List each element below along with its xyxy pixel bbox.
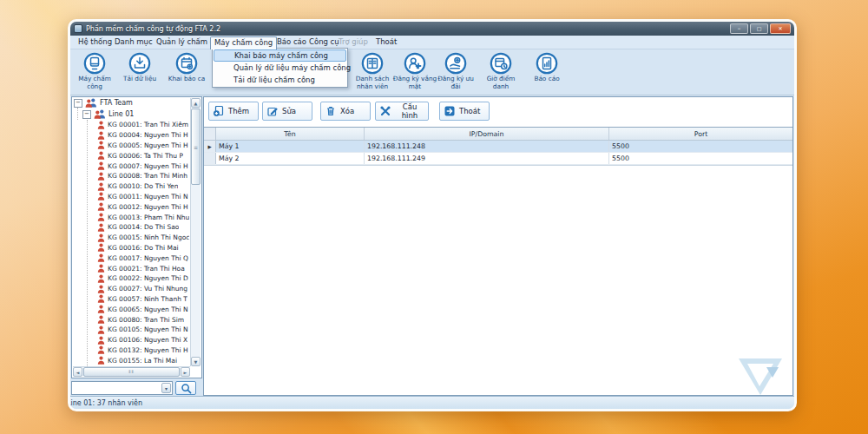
tree-item-employee[interactable]: KG 00105: Nguyen Thi N	[72, 325, 201, 335]
tree-item-employee[interactable]: KG 00007: Nguyen Thi H	[72, 161, 201, 171]
tree-item-employee[interactable]: KG 00017: Nguyen Thi Q	[72, 253, 201, 263]
menu-tro-giup[interactable]: Trợ giúp	[335, 36, 372, 47]
cell-ip[interactable]: 192.168.111.249	[365, 153, 609, 164]
tree-item-employee[interactable]: KG 00005: Nguyen Thi H	[72, 141, 201, 151]
person-icon	[97, 202, 105, 211]
tree-item-employee[interactable]: KG 00008: Tran Thi Minh	[72, 171, 201, 181]
close-button[interactable]	[770, 23, 791, 34]
menu-item-quan-ly-du-lieu-may-cham-cong[interactable]: Quản lý dữ liệu máy chấm công	[214, 62, 346, 74]
person-icon	[97, 285, 105, 293]
exit-button-label: Thoát	[459, 107, 480, 115]
tree-item-employee[interactable]: KG 00012: Nguyen Thi H	[72, 201, 201, 212]
shift-declaration-icon	[175, 52, 198, 75]
cell-port[interactable]: 5500	[609, 141, 792, 152]
employee-label: KG 00011: Nguyen Thi N	[108, 193, 188, 201]
tree-item-line01[interactable]: Line 01	[72, 108, 201, 120]
row-selector[interactable]	[204, 141, 216, 152]
tree-item-employee[interactable]: KG 00106: Nguyen Thi X	[72, 335, 201, 345]
header-ip-domain[interactable]: IP/Domain	[365, 128, 609, 140]
collapse-icon[interactable]	[74, 99, 82, 108]
person-icon	[97, 264, 105, 273]
config-button[interactable]: Cấu hình	[375, 102, 429, 121]
tree-item-employee[interactable]: KG 00011: Nguyen Thi N	[72, 192, 201, 202]
scroll-down-icon[interactable]	[191, 357, 201, 366]
title-bar[interactable]: Phần mềm chấm công tự động FTA 2.2	[70, 22, 794, 36]
maximize-button[interactable]	[750, 23, 768, 34]
tree-item-employee[interactable]: KG 00132: Nguyen Thi H	[72, 345, 201, 356]
tree-item-employee[interactable]: KG 00022: Nguyen Thi D	[72, 273, 201, 284]
person-icon	[97, 356, 105, 365]
exit-button[interactable]: Thoát	[439, 102, 490, 121]
employee-label: KG 00005: Nguyen Thi H	[108, 141, 188, 149]
header-name[interactable]: Tên	[216, 128, 365, 140]
toolbar-shift-declaration[interactable]: Khai báo ca	[164, 52, 209, 83]
collapse-icon[interactable]	[82, 110, 91, 119]
tree-vertical-scrollbar[interactable]	[190, 98, 201, 366]
tree-item-employee[interactable]: KG 00021: Tran Thi Hoa	[72, 263, 201, 273]
cell-name[interactable]: Máy 1	[216, 141, 365, 152]
menu-thoat[interactable]: Thoát	[372, 36, 400, 47]
menu-may-cham-cong-selected[interactable]: Máy chấm công	[210, 36, 277, 49]
toolbar: Máy chấm công Tải dữ liệu Khai báo ca Da…	[70, 49, 794, 95]
delete-button[interactable]: Xóa	[320, 102, 371, 121]
tree-item-employee[interactable]: KG 00014: Do Thi Sao	[72, 222, 201, 233]
employee-tree: FTA Team Line 01 KG 00001: Tran Thi Xiêm	[71, 96, 202, 378]
tree-item-employee[interactable]: KG 00013: Pham Thi Nhu	[72, 212, 201, 222]
menu-he-thong[interactable]: Hệ thống	[75, 36, 115, 47]
tree-item-employee[interactable]: KG 00057: Ninh Thanh T	[72, 294, 201, 305]
cell-port[interactable]: 5500	[609, 153, 792, 164]
tree-item-employee[interactable]: KG 00155: La Thi Mai	[72, 355, 201, 365]
header-port[interactable]: Port	[609, 128, 792, 140]
menu-item-khai-bao-may-cham-cong[interactable]: Khai báo máy chấm công	[214, 49, 346, 62]
employee-label: KG 00015: Ninh Thi Ngoc	[108, 233, 189, 241]
tree-item-employee[interactable]: KG 00004: Nguyen Thi H	[72, 130, 201, 141]
tree-item-employee[interactable]: KG 00016: Do Thi Mai	[72, 243, 201, 253]
tree-item-employee[interactable]: KG 00080: Tran Thi Sim	[72, 314, 201, 325]
tree-item-employee[interactable]: KG 00006: Ta Thi Thu P	[72, 150, 201, 161]
combo-dropdown-icon[interactable]	[161, 383, 171, 393]
vertical-scrollbar-thumb[interactable]	[191, 108, 201, 185]
person-icon	[97, 336, 105, 345]
row-selector[interactable]	[204, 153, 216, 164]
tree-horizontal-scrollbar[interactable]	[73, 366, 190, 377]
scroll-right-icon[interactable]	[181, 367, 190, 377]
person-icon	[97, 213, 105, 221]
toolbar-rollcall-time[interactable]: Giờ điểm danh	[478, 52, 523, 90]
minimize-button[interactable]	[730, 23, 748, 34]
scroll-left-icon[interactable]	[73, 367, 82, 377]
tree-item-employee[interactable]: KG 00065: Nguyen Thi N	[72, 304, 201, 314]
toolbar-register-benefit[interactable]: Đăng ký ưu đãi	[433, 52, 478, 90]
toolbar-register-absence[interactable]: Đăng ký vắng mặt	[392, 52, 437, 90]
tree-item-employee[interactable]: KG 00015: Ninh Thi Ngoc	[72, 233, 201, 243]
employee-search-combobox[interactable]	[71, 381, 173, 395]
toolbar-download-data[interactable]: Tải dữ liệu	[117, 52, 162, 83]
table-body: Máy 1 192.168.111.248 5500 Máy 2 192.168…	[204, 141, 792, 165]
cell-name[interactable]: Máy 2	[216, 153, 365, 164]
menu-bao-cao[interactable]: Báo cáo	[273, 36, 310, 47]
add-button[interactable]: Thêm	[208, 102, 259, 121]
exit-icon	[444, 105, 456, 117]
person-icon	[97, 233, 105, 242]
table-row[interactable]: Máy 2 192.168.111.249 5500	[204, 153, 792, 165]
menu-item-tai-du-lieu-cham-cong[interactable]: Tải dữ liệu chấm công	[214, 74, 346, 86]
cell-ip[interactable]: 192.168.111.248	[365, 141, 609, 152]
menu-danh-muc[interactable]: Danh mục	[111, 36, 156, 47]
scroll-up-icon[interactable]	[191, 98, 201, 108]
horizontal-scrollbar-thumb[interactable]	[83, 367, 180, 377]
employee-label: KG 00080: Tran Thi Sim	[108, 316, 184, 324]
edit-button-label: Sửa	[282, 107, 296, 115]
toolbar-attendance-machine[interactable]: Máy chấm công	[72, 52, 117, 90]
tree-item-employee[interactable]: KG 00001: Tran Thi Xiêm	[72, 120, 201, 130]
edit-button[interactable]: Sửa	[262, 102, 312, 121]
toolbar-report[interactable]: Báo cáo	[524, 52, 569, 83]
tree-item-employee[interactable]: KG 00027: Vu Thi Nhung	[72, 284, 201, 294]
tree-item-root[interactable]: FTA Team	[72, 97, 201, 108]
tree-item-employee[interactable]: KG 00010: Do Thi Yen	[72, 181, 201, 192]
tree-root-label: FTA Team	[100, 99, 133, 107]
search-button[interactable]	[175, 381, 196, 395]
toolbar-employee-list[interactable]: Danh sách nhân viên	[350, 52, 395, 90]
employee-label: KG 00155: La Thi Mai	[108, 357, 177, 365]
toolbar-item-label: Đăng ký ưu đãi	[433, 76, 478, 90]
tree-group-label: Line 01	[108, 110, 134, 118]
table-row[interactable]: Máy 1 192.168.111.248 5500	[204, 141, 792, 153]
